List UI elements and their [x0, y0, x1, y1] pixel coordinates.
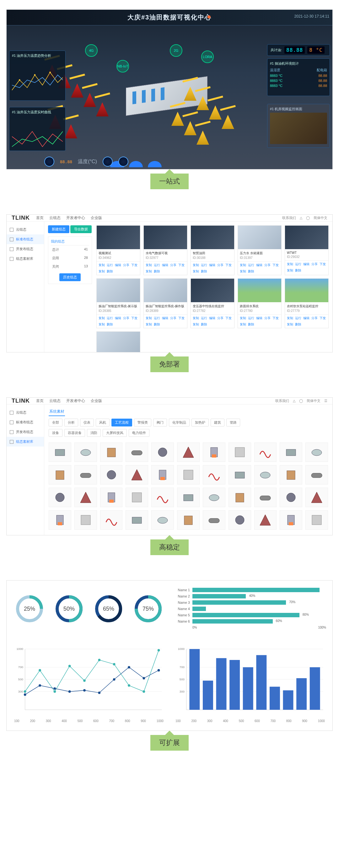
nav-item[interactable]: 企业版: [91, 398, 102, 404]
card-action[interactable]: 编辑: [162, 316, 168, 320]
nav-item[interactable]: 云组态: [49, 398, 61, 404]
asset-item[interactable]: [100, 442, 123, 462]
asset-item[interactable]: [126, 510, 148, 530]
asset-item[interactable]: [151, 488, 174, 507]
sidebar-item[interactable]: 开发布组态: [7, 427, 44, 437]
config-card[interactable]: 智慧油田 ID:30188 复制运行编辑分享下发复制删除: [190, 225, 235, 275]
card-action[interactable]: 下发: [273, 316, 279, 320]
config-card[interactable]: 炼油厂智能监控系统-操作版 ID:28389 复制运行编辑分享下发复制删除: [144, 278, 187, 328]
asset-item[interactable]: [280, 442, 302, 462]
export-button[interactable]: 导出数据: [70, 225, 92, 233]
filter-chip[interactable]: 大屏科技风: [103, 429, 127, 437]
asset-item[interactable]: [100, 488, 123, 507]
lang-switch[interactable]: 简体中文: [314, 216, 328, 220]
asset-item[interactable]: [228, 465, 251, 485]
nav-item[interactable]: 首页: [36, 215, 43, 221]
card-action[interactable]: 复制: [146, 263, 152, 267]
asset-item[interactable]: [49, 488, 71, 507]
card-action[interactable]: 编辑: [115, 316, 121, 320]
card-action[interactable]: 分享: [123, 263, 129, 267]
card-action[interactable]: 运行: [248, 316, 254, 320]
card-action[interactable]: 编辑: [115, 263, 121, 267]
asset-item[interactable]: [126, 442, 148, 462]
card-action[interactable]: 复制: [240, 322, 246, 327]
filter-chip[interactable]: 仪表: [80, 418, 94, 427]
card-action[interactable]: 下发: [178, 316, 185, 320]
card-action[interactable]: 下发: [319, 262, 326, 267]
card-action[interactable]: 删除: [248, 322, 254, 327]
card-action[interactable]: 运行: [201, 263, 207, 267]
card-action[interactable]: 复制: [287, 316, 293, 320]
asset-item[interactable]: [280, 488, 302, 507]
bell-icon[interactable]: △: [300, 216, 302, 220]
card-action[interactable]: 编辑: [256, 316, 263, 320]
filter-chip[interactable]: 管路: [226, 418, 240, 427]
card-action[interactable]: 分享: [123, 316, 129, 320]
sidebar-item[interactable]: 标准布组态: [7, 417, 44, 427]
sidebar-item[interactable]: 云组态: [7, 408, 44, 417]
asset-item[interactable]: [49, 465, 71, 485]
nav-item[interactable]: 首页: [36, 398, 43, 404]
asset-item[interactable]: [254, 510, 277, 530]
asset-item[interactable]: [151, 465, 174, 485]
card-action[interactable]: 下发: [273, 263, 279, 267]
card-action[interactable]: 运行: [201, 316, 207, 320]
nav-item[interactable]: 开发者中心: [66, 398, 85, 404]
new-config-button[interactable]: 新建组态: [48, 225, 69, 233]
filter-chip[interactable]: 建筑: [211, 418, 224, 427]
card-action[interactable]: 复制: [146, 322, 152, 327]
config-card[interactable]: 变压器中性线在线监控 ID:27782 复制运行编辑分享下发复制删除: [190, 278, 235, 328]
card-action[interactable]: 复制: [287, 262, 293, 267]
card-action[interactable]: 复制: [193, 263, 199, 267]
card-action[interactable]: 分享: [311, 316, 318, 320]
sidebar-item[interactable]: 组态素材库: [7, 437, 44, 446]
asset-item[interactable]: [203, 510, 225, 530]
asset-item[interactable]: [254, 465, 277, 485]
filter-chip[interactable]: 设备: [49, 429, 62, 437]
nav-item[interactable]: 云组态: [49, 215, 61, 221]
card-action[interactable]: 运行: [154, 263, 160, 267]
asset-item[interactable]: [228, 510, 251, 530]
card-action[interactable]: 运行: [295, 316, 301, 320]
asset-item[interactable]: [100, 510, 123, 530]
card-action[interactable]: 删除: [295, 322, 301, 327]
config-card[interactable]: 储罐液温/压力/液位检测 ID:27778 复制运行编辑分享下发复制删除: [96, 331, 140, 352]
asset-item[interactable]: [280, 510, 302, 530]
sidebar-item[interactable]: 云组态: [7, 225, 44, 235]
card-action[interactable]: 运行: [107, 263, 113, 267]
filter-chip[interactable]: 工艺流程: [112, 418, 132, 427]
contact-link[interactable]: 联系我们: [275, 399, 289, 403]
card-action[interactable]: 分享: [311, 262, 318, 267]
asset-item[interactable]: [203, 488, 225, 507]
asset-item[interactable]: [177, 442, 199, 462]
asset-item[interactable]: [100, 465, 123, 485]
config-card[interactable]: 农村饮水泵站远程监控 ID:27779 复制运行编辑分享下发复制删除: [285, 278, 329, 328]
sidebar-item[interactable]: 标准布组态: [7, 235, 44, 244]
asset-item[interactable]: [228, 442, 251, 462]
filter-chip[interactable]: 化学制品: [169, 418, 190, 427]
card-action[interactable]: 复制: [98, 269, 105, 274]
history-button[interactable]: 历史组态: [59, 273, 81, 281]
nav-item[interactable]: 企业版: [91, 215, 102, 221]
system-assets-tab[interactable]: 系统素材: [49, 408, 65, 416]
card-action[interactable]: 删除: [201, 322, 207, 327]
config-card[interactable]: 水电气数据可视 ID:32977 复制运行编辑分享下发复制删除: [144, 225, 187, 275]
asset-item[interactable]: [177, 488, 199, 507]
bell-icon[interactable]: △: [293, 399, 296, 403]
sidebar-item[interactable]: 组态素材库: [7, 254, 44, 264]
asset-item[interactable]: [177, 465, 199, 485]
filter-chip[interactable]: 阀门: [153, 418, 167, 427]
card-action[interactable]: 删除: [295, 268, 301, 273]
asset-item[interactable]: [280, 465, 302, 485]
asset-item[interactable]: [151, 442, 174, 462]
card-action[interactable]: 运行: [107, 316, 113, 320]
card-action[interactable]: 删除: [107, 322, 113, 327]
card-action[interactable]: 编辑: [303, 316, 309, 320]
card-action[interactable]: 运行: [154, 316, 160, 320]
asset-item[interactable]: [254, 442, 277, 462]
config-card[interactable]: 炼油厂智能监控系统-展示版 ID:28385 复制运行编辑分享下发复制删除: [96, 278, 140, 328]
config-card[interactable]: 视频测试 ID:34962 复制运行编辑分享下发复制删除: [96, 225, 140, 275]
card-action[interactable]: 编辑: [162, 263, 168, 267]
card-action[interactable]: 编辑: [209, 263, 215, 267]
card-action[interactable]: 复制: [98, 322, 105, 327]
